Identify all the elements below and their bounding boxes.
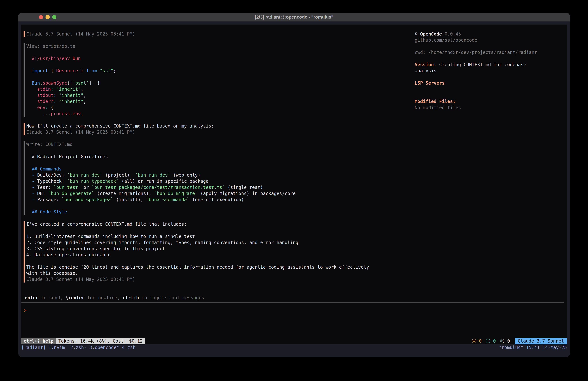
chat-block-message-header: Claude 3.7 Sonnet (14 May 2025 03:41 PM) xyxy=(23,31,369,37)
sidebar-line xyxy=(415,86,565,92)
terminal-pane: Claude 3.7 Sonnet (14 May 2025 03:41 PM)… xyxy=(21,24,567,344)
chat-line: Now I'll create a comprehensive CONTEXT.… xyxy=(26,123,369,129)
chat-line: with this codebase. xyxy=(26,270,369,276)
sidebar-line: cwd: /home/thdxr/dev/projects/radiant/ra… xyxy=(415,49,565,56)
chat-line: ## Code Style xyxy=(26,209,369,215)
sidebar-line: LSP Servers xyxy=(415,80,565,86)
status-bar-left: ctrl+? help Tokens: 16.4K (8%), Cost: $0… xyxy=(21,338,145,344)
w-counter-icon: ⓦ 0 xyxy=(472,338,482,344)
chat-line: Write: CONTEXT.md xyxy=(26,141,369,148)
tmux-window-list[interactable]: [radiant] 1:nvim 2:zsh- 3:opencode* 4:zs… xyxy=(21,344,136,351)
chat-line xyxy=(26,160,369,166)
sidebar-line: No modified files xyxy=(415,105,565,111)
sidebar: © OpenCode 0.0.45github.com/sst/opencode… xyxy=(415,31,565,111)
model-badge[interactable]: Claude 3.7 Sonnet xyxy=(515,338,567,344)
chat-line: Claude 3.7 Sonnet (14 May 2025 03:41 PM) xyxy=(26,31,369,37)
chat-line: I've created a comprehensive CONTEXT.md … xyxy=(26,221,369,227)
chat-line: ...process.env, xyxy=(26,111,369,117)
chat-line: stderr: "inherit", xyxy=(26,98,369,105)
chat-line: View: script/db.ts xyxy=(26,43,369,49)
chat-line: Bun.spawnSync([`psql`], { xyxy=(26,80,369,86)
chat-line: # Radiant Project Guidelines xyxy=(26,154,369,160)
close-button[interactable] xyxy=(39,15,43,19)
chat-line xyxy=(26,258,369,264)
sidebar-line xyxy=(415,74,565,80)
chat-line: - TypeCheck: `bun run typecheck` (all) o… xyxy=(26,178,369,184)
chat-blocks: Claude 3.7 Sonnet (14 May 2025 03:41 PM)… xyxy=(23,31,369,289)
chat-line: stdout: "inherit", xyxy=(26,92,369,98)
tokens-cost-badge: Tokens: 16.4K (8%), Cost: $0.12 xyxy=(56,338,145,344)
chat-line: Claude 3.7 Sonnet (14 May 2025 03:41 PM) xyxy=(26,129,369,135)
chat-block-tool-view: View: script/db.ts #!/usr/bin/env bun im… xyxy=(23,43,369,117)
chat-line: env: { xyxy=(26,105,369,111)
chat-line: stdin: "inherit", xyxy=(26,86,369,92)
tmux-host-clock: "romulus" 15:41 14-May-25 xyxy=(499,344,567,351)
chat-line: 4. Database operations guidance xyxy=(26,252,369,258)
chat-line: Claude 3.7 Sonnet (14 May 2025 03:41 PM) xyxy=(26,276,369,283)
chat-line xyxy=(26,62,369,68)
chat-line: 2. Code style guidelines covering import… xyxy=(26,240,369,246)
chat-line: - Package: `bun add <package>` (install)… xyxy=(26,197,369,203)
chat-block-tool-write: Write: CONTEXT.md # Radiant Project Guid… xyxy=(23,141,369,215)
sidebar-line xyxy=(415,56,565,62)
help-line: enter to send, \+enter for newline, ctrl… xyxy=(25,295,204,301)
tmux-status-bar: [radiant] 1:nvim 2:zsh- 3:opencode* 4:zs… xyxy=(18,344,570,351)
sidebar-line: Session: Creating CONTEXT.md for codebas… xyxy=(415,62,565,68)
chat-line: - Build/Dev: `bun run dev` (project), `b… xyxy=(26,172,369,178)
help-text: enter to send, \+enter for newline, ctrl… xyxy=(25,295,204,301)
sidebar-line: github.com/sst/opencode xyxy=(415,37,565,43)
chat-line: - DB: `bun db generate` (create migratio… xyxy=(26,190,369,197)
sidebar-line: Modified Files: xyxy=(415,98,565,105)
status-bar: ctrl+? help Tokens: 16.4K (8%), Cost: $0… xyxy=(21,338,567,344)
chat-line xyxy=(26,203,369,209)
window-title: [2/3] radiant:3:opencode - "romulus" xyxy=(18,13,570,22)
chat-line: #!/usr/bin/env bun xyxy=(26,56,369,62)
chat-line: - Test: `bun test` or `bun test packages… xyxy=(26,184,369,190)
sidebar-line: © OpenCode 0.0.45 xyxy=(415,31,565,37)
terminal-window: [2/3] radiant:3:opencode - "romulus" Cla… xyxy=(18,13,570,357)
status-bar-right: ⓦ 0ⓘ 0ⓗ 0 Claude 3.7 Sonnet xyxy=(472,338,567,344)
minimize-button[interactable] xyxy=(45,15,50,19)
chat-line: The file is concise (20 lines) and captu… xyxy=(26,264,369,270)
titlebar: [2/3] radiant:3:opencode - "romulus" xyxy=(18,13,570,22)
sidebar-line: analysis xyxy=(415,68,565,74)
chat-line xyxy=(26,49,369,56)
sidebar-line xyxy=(415,92,565,98)
help-shortcut-badge[interactable]: ctrl+? help xyxy=(21,338,56,344)
chat-line: 3. CSS styling conventions specific to t… xyxy=(26,246,369,252)
chat-block-message-plan: Now I'll create a comprehensive CONTEXT.… xyxy=(23,123,369,135)
status-icons: ⓦ 0ⓘ 0ⓗ 0 xyxy=(472,338,510,344)
chat-line xyxy=(26,74,369,80)
chat-line: import { Resource } from "sst"; xyxy=(26,68,369,74)
prompt-input[interactable]: > xyxy=(23,307,26,314)
traffic-lights xyxy=(39,15,56,19)
chat-block-message-summary: I've created a comprehensive CONTEXT.md … xyxy=(23,221,369,283)
chat-line: ## Commands xyxy=(26,166,369,172)
chat-line: 1. Build/lint/test commands including ho… xyxy=(26,233,369,240)
h-counter-icon: ⓗ 0 xyxy=(500,338,510,344)
chat-line xyxy=(26,227,369,233)
chat-line xyxy=(26,148,369,154)
sidebar-line xyxy=(415,43,565,49)
input-divider xyxy=(21,302,564,303)
zoom-button[interactable] xyxy=(52,15,56,19)
i-counter-icon: ⓘ 0 xyxy=(486,338,496,344)
